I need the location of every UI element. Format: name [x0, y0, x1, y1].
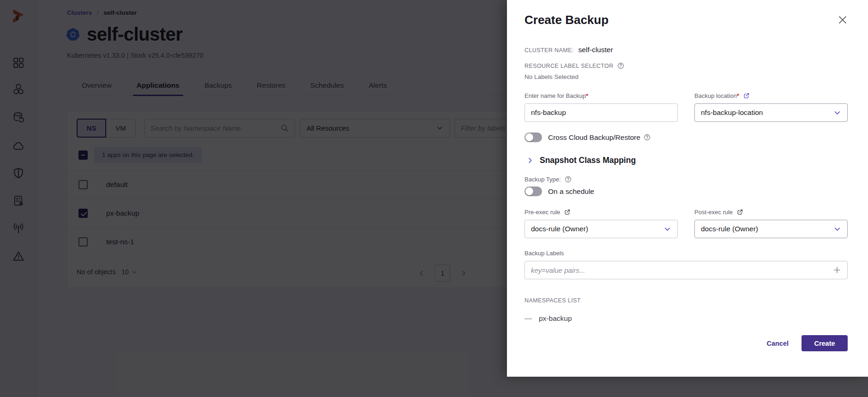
external-link-icon[interactable] — [743, 92, 750, 99]
chevron-down-icon — [833, 109, 841, 117]
namespace-list-item: — px-backup — [524, 314, 848, 323]
backup-labels-label: Backup Labels — [524, 250, 564, 257]
backup-location-label: Backup location* — [694, 92, 739, 99]
backup-labels-input[interactable] — [531, 266, 828, 274]
post-exec-rule-value: docs-rule (Owner) — [701, 225, 758, 233]
pre-exec-rule-select[interactable]: docs-rule (Owner) — [524, 220, 678, 238]
drawer-title: Create Backup — [524, 13, 609, 27]
cross-cloud-label: Cross Cloud Backup/Restore — [548, 133, 640, 142]
pre-exec-rule-label: Pre-exec rule — [524, 209, 560, 216]
backup-location-select[interactable]: nfs-backup-location — [694, 103, 848, 122]
resource-label-selector-label: RESOURCE LABEL SELECTOR — [524, 63, 614, 69]
cross-cloud-toggle[interactable] — [524, 132, 542, 142]
create-backup-drawer: Create Backup CLUSTER NAME: self-cluster… — [507, 0, 868, 377]
post-exec-rule-field: Post-exec rule docs-rule (Owner) — [694, 209, 848, 238]
chevron-down-icon — [833, 225, 841, 233]
snapshot-class-mapping-label: Snapshot Class Mapping — [540, 156, 636, 165]
backup-name-field: Enter name for Backup* — [524, 92, 678, 122]
schedule-label: On a schedule — [548, 187, 594, 196]
help-icon[interactable] — [644, 134, 651, 141]
schedule-toggle[interactable] — [524, 186, 542, 196]
add-label-icon[interactable] — [833, 266, 841, 274]
backup-labels-field: Backup Labels — [524, 250, 848, 279]
external-link-icon[interactable] — [736, 209, 743, 216]
create-button[interactable]: Create — [802, 335, 848, 351]
pre-exec-rule-field: Pre-exec rule docs-rule (Owner) — [524, 209, 678, 238]
dash-icon: — — [524, 314, 532, 323]
backup-location-value: nfs-backup-location — [701, 108, 763, 117]
help-icon[interactable] — [617, 62, 624, 69]
snapshot-class-mapping-expander[interactable]: Snapshot Class Mapping — [526, 156, 848, 165]
pre-exec-rule-value: docs-rule (Owner) — [531, 225, 588, 233]
cluster-name-label: CLUSTER NAME: — [524, 47, 574, 54]
backup-name-label: Enter name for Backup* — [524, 92, 588, 99]
cancel-button[interactable]: Cancel — [766, 340, 789, 347]
chevron-right-icon — [526, 156, 534, 164]
no-labels-text: No Labels Selected — [524, 73, 848, 80]
namespaces-list-label: NAMESPACES LIST — [524, 297, 848, 304]
backup-name-input[interactable] — [524, 103, 678, 122]
backup-type-label: Backup Type: — [524, 176, 561, 183]
cluster-name-value: self-cluster — [579, 46, 613, 54]
close-icon[interactable] — [838, 15, 848, 25]
post-exec-rule-label: Post-exec rule — [694, 209, 733, 216]
backup-location-field: Backup location* nfs-backup-location — [694, 92, 848, 122]
help-icon[interactable] — [565, 176, 572, 183]
external-link-icon[interactable] — [564, 209, 571, 216]
post-exec-rule-select[interactable]: docs-rule (Owner) — [694, 220, 848, 238]
namespace-item-name: px-backup — [539, 314, 572, 323]
chevron-down-icon — [663, 225, 671, 233]
